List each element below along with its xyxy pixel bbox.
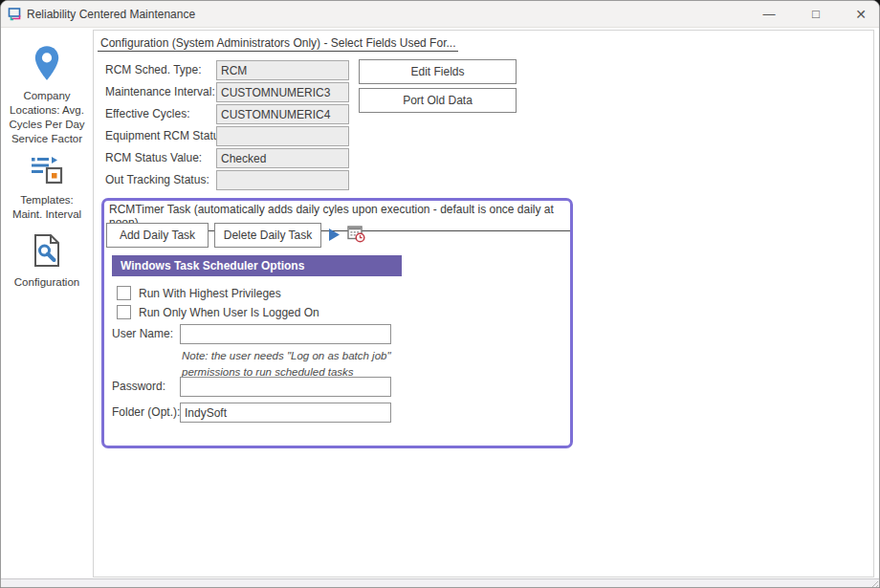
sidebar: Company Locations: Avg. Cycles Per Day S… xyxy=(1,28,93,578)
sidebar-item-configuration[interactable]: Configuration xyxy=(1,233,93,290)
equipment-rcm-status-field[interactable] xyxy=(216,126,349,146)
sidebar-item-templates[interactable]: Templates: Maint. Interval xyxy=(1,155,93,222)
scheduler-options-header: Windows Task Scheduler Options xyxy=(112,255,402,276)
port-old-data-button[interactable]: Port Old Data xyxy=(359,88,517,113)
run-highest-privileges-label: Run With Highest Privileges xyxy=(139,286,281,301)
close-icon[interactable]: ✕ xyxy=(847,1,875,28)
effective-cycles-field[interactable] xyxy=(216,104,349,124)
folder-input[interactable] xyxy=(180,403,391,423)
resize-grip[interactable] xyxy=(868,577,879,588)
main-panel: Configuration (System Administrators Onl… xyxy=(93,30,874,577)
run-highest-privileges-checkbox[interactable] xyxy=(117,286,131,300)
add-daily-task-button[interactable]: Add Daily Task xyxy=(106,223,209,248)
out-tracking-status-field[interactable] xyxy=(216,170,349,190)
titlebar: Reliability Centered Maintenance — □ ✕ xyxy=(1,1,880,28)
location-pin-icon xyxy=(1,45,93,85)
sidebar-item-label: Configuration xyxy=(1,275,93,290)
configuration-header-link[interactable]: Configuration (System Administrators Onl… xyxy=(98,36,458,52)
rcm-sched-type-field[interactable] xyxy=(216,60,349,80)
window-bottom-strip xyxy=(1,578,880,588)
password-label: Password: xyxy=(112,377,165,397)
rcm-sched-type-label: RCM Sched. Type: xyxy=(105,60,202,80)
run-only-logged-on-label: Run Only When User Is Logged On xyxy=(139,305,319,320)
equipment-rcm-status-label: Equipment RCM Status xyxy=(105,126,225,146)
run-only-logged-on-checkbox[interactable] xyxy=(117,305,131,319)
minimize-icon[interactable]: — xyxy=(755,1,783,28)
rcmtimer-section: RCMTimer Task (automatically adds daily … xyxy=(101,198,573,448)
run-task-play-icon[interactable] xyxy=(328,228,341,246)
maximize-icon[interactable]: □ xyxy=(802,1,830,28)
app-icon xyxy=(8,7,23,22)
effective-cycles-label: Effective Cycles: xyxy=(105,104,189,124)
sidebar-item-label: Templates: Maint. Interval xyxy=(1,193,93,222)
task-scheduler-calendar-icon[interactable] xyxy=(347,225,365,247)
batch-job-note-line1: Note: the user needs "Log on as batch jo… xyxy=(182,348,391,364)
templates-icon xyxy=(1,155,93,189)
configuration-icon xyxy=(1,233,93,272)
user-name-label: User Name: xyxy=(112,324,173,344)
rcm-status-value-label: RCM Status Value: xyxy=(105,148,202,168)
maintenance-interval-field[interactable] xyxy=(216,82,349,102)
user-name-input[interactable] xyxy=(180,324,391,344)
sidebar-item-label: Company Locations: Avg. Cycles Per Day S… xyxy=(1,89,93,146)
delete-daily-task-button[interactable]: Delete Daily Task xyxy=(214,223,321,248)
password-input[interactable] xyxy=(180,377,391,397)
out-tracking-status-label: Out Tracking Status: xyxy=(105,170,209,190)
rcm-status-value-field[interactable] xyxy=(216,148,349,168)
sidebar-item-company-locations[interactable]: Company Locations: Avg. Cycles Per Day S… xyxy=(1,45,93,146)
edit-fields-button[interactable]: Edit Fields xyxy=(359,59,517,84)
folder-label: Folder (Opt.): xyxy=(112,403,180,423)
app-window: Reliability Centered Maintenance — □ ✕ C… xyxy=(0,0,880,588)
window-title: Reliability Centered Maintenance xyxy=(27,1,195,28)
maintenance-interval-label: Maintenance Interval: xyxy=(105,82,215,102)
